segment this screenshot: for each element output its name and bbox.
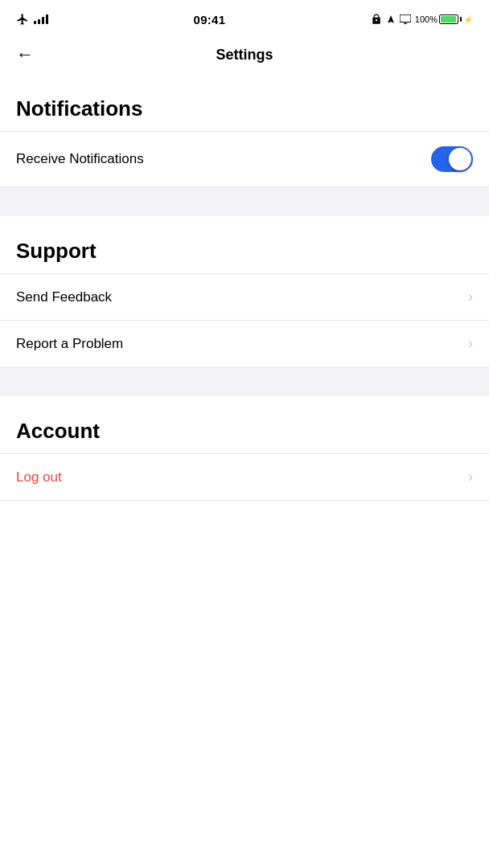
receive-notifications-label: Receive Notifications	[16, 151, 144, 167]
send-feedback-chevron-icon: ›	[468, 289, 473, 305]
log-out-label: Log out	[16, 469, 62, 485]
receive-notifications-toggle-wrapper	[431, 146, 473, 172]
support-items: Send Feedback › Report a Problem ›	[0, 273, 489, 367]
settings-content: Notifications Receive Notifications Supp…	[0, 74, 489, 501]
nav-bar: ← Settings	[0, 35, 489, 74]
navigation-icon	[386, 14, 396, 24]
status-right: 100% ⚡	[371, 14, 473, 25]
screen-mirror-icon	[400, 14, 411, 24]
notifications-section-header: Notifications	[0, 74, 489, 131]
toggle-thumb	[449, 148, 471, 170]
log-out-item[interactable]: Log out ›	[0, 454, 489, 501]
log-out-chevron-icon: ›	[468, 469, 473, 485]
support-section-header: Support	[0, 216, 489, 273]
account-items: Log out ›	[0, 453, 489, 501]
receive-notifications-toggle[interactable]	[431, 146, 473, 172]
svg-rect-0	[400, 14, 411, 22]
account-section: Account Log out ›	[0, 396, 489, 501]
status-time: 09:41	[193, 13, 225, 27]
support-section: Support Send Feedback › Report a Problem…	[0, 216, 489, 367]
page-title: Settings	[216, 47, 273, 63]
section-divider-1	[0, 187, 489, 216]
report-problem-label: Report a Problem	[16, 336, 123, 352]
report-problem-item[interactable]: Report a Problem ›	[0, 321, 489, 367]
airplane-icon	[16, 13, 29, 26]
lock-icon	[371, 14, 382, 25]
battery-indicator: 100% ⚡	[415, 14, 473, 24]
notifications-items: Receive Notifications	[0, 131, 489, 187]
signal-icon	[34, 14, 48, 24]
back-button[interactable]: ←	[16, 44, 34, 65]
report-problem-chevron-icon: ›	[468, 335, 473, 352]
send-feedback-label: Send Feedback	[16, 289, 112, 305]
notifications-section: Notifications Receive Notifications	[0, 74, 489, 187]
send-feedback-item[interactable]: Send Feedback ›	[0, 274, 489, 321]
receive-notifications-item[interactable]: Receive Notifications	[0, 132, 489, 187]
status-left	[16, 13, 48, 26]
account-section-header: Account	[0, 396, 489, 453]
section-divider-2	[0, 367, 489, 396]
status-bar: 09:41 100% ⚡	[0, 0, 489, 35]
